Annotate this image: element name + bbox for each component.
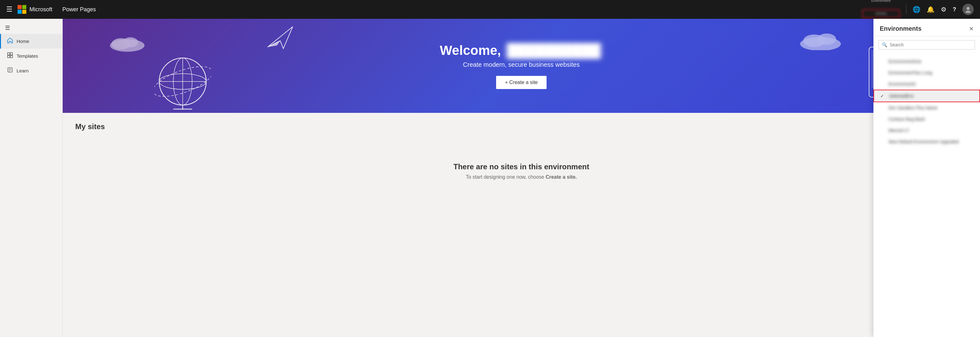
- env-search-icon: 🔍: [882, 42, 887, 47]
- check-placeholder-icon: [880, 70, 885, 75]
- empty-sites-message: There are no sites in this environment T…: [75, 137, 967, 205]
- globe-decoration-icon: [154, 53, 211, 110]
- env-list-item[interactable]: EnvironmentTwo Long: [873, 67, 980, 78]
- env-item-name-5: Dev Sandbox Plus Name: [888, 105, 937, 110]
- help-icon[interactable]: ?: [953, 6, 956, 13]
- svg-rect-2: [8, 52, 10, 55]
- svg-point-1: [966, 11, 970, 13]
- env-label: Environment: [871, 0, 891, 3]
- hamburger-icon[interactable]: ☰: [6, 5, 13, 13]
- sidebar-item-learn[interactable]: Learn: [0, 63, 62, 78]
- svg-point-9: [123, 37, 138, 47]
- user-avatar[interactable]: [963, 4, 974, 15]
- paper-plane-icon: [264, 25, 296, 50]
- svg-rect-4: [8, 56, 10, 58]
- env-list-item[interactable]: Merced 17: [873, 125, 980, 136]
- sidebar-item-learn-label: Learn: [17, 68, 29, 73]
- sidebar-item-templates-label: Templates: [17, 53, 38, 59]
- check-placeholder-icon: [880, 117, 885, 122]
- sidebar-item-home-label: Home: [17, 38, 29, 44]
- check-placeholder-icon: [880, 139, 885, 144]
- hero-banner: Welcome, ██████████ Create modern, secur…: [63, 19, 980, 113]
- main-content: Welcome, ██████████ Create modern, secur…: [63, 19, 980, 337]
- sidebar: ☰ Home Templates Learn: [0, 19, 63, 337]
- env-list-item[interactable]: EnvironmentOne: [873, 56, 980, 67]
- check-placeholder-icon: [880, 59, 885, 64]
- env-list-item[interactable]: New Default Environment Upgraded: [873, 136, 980, 147]
- sidebar-item-templates[interactable]: Templates: [0, 49, 62, 63]
- settings-icon[interactable]: ⚙: [941, 6, 947, 13]
- ms-logo-red: [18, 5, 22, 9]
- env-panel-title: Environments: [880, 25, 921, 32]
- env-list-item[interactable]: Environment3: [873, 78, 980, 90]
- hero-title: Welcome, ██████████: [440, 43, 603, 58]
- topbar-right: Environment •••••••• 🌐 🔔 ⚙ ?: [862, 1, 974, 18]
- ms-logo-yellow: [22, 10, 26, 14]
- cloud-left-icon: [108, 33, 146, 53]
- app-name: Power Pages: [62, 6, 96, 13]
- env-item-name-1: EnvironmentOne: [888, 59, 921, 64]
- env-container: Environment ••••••••: [862, 1, 900, 18]
- env-search-input[interactable]: [890, 42, 972, 47]
- svg-line-12: [280, 41, 283, 49]
- my-sites-title: My sites: [75, 122, 967, 131]
- env-list: EnvironmentOne EnvironmentTwo Long Envir…: [873, 53, 980, 337]
- hero-content: Welcome, ██████████ Create modern, secur…: [440, 43, 603, 89]
- env-search-box: 🔍: [878, 40, 975, 49]
- env-list-item[interactable]: Dev Sandbox Plus Name: [873, 102, 980, 113]
- env-list-item[interactable]: Contoso Bug Bash: [873, 113, 980, 125]
- svg-point-23: [817, 33, 836, 45]
- svg-rect-5: [10, 56, 13, 58]
- check-placeholder-icon: [880, 105, 885, 110]
- cloud-right-icon: [799, 28, 842, 51]
- env-panel-close-button[interactable]: ✕: [969, 25, 974, 32]
- ms-logo-squares: [18, 5, 26, 14]
- home-icon: [7, 38, 13, 45]
- svg-point-0: [967, 7, 970, 10]
- checkmark-icon: ✓: [880, 94, 885, 99]
- topbar: ☰ Microsoft Power Pages Environment ••••…: [0, 0, 980, 19]
- check-placeholder-icon: [880, 81, 885, 86]
- sidebar-item-home[interactable]: Home: [0, 34, 62, 49]
- environments-panel: Environments ✕ 🔍 EnvironmentOne Environm…: [873, 19, 980, 337]
- user-name-blurred: ██████████: [504, 43, 603, 58]
- empty-sites-title: There are no sites in this environment: [81, 162, 961, 171]
- env-item-name-6: Contoso Bug Bash: [888, 117, 925, 122]
- env-item-name-3: Environment3: [888, 81, 915, 86]
- topbar-left: ☰ Microsoft Power Pages: [6, 5, 96, 14]
- check-placeholder-icon: [880, 128, 885, 133]
- ms-logo: Microsoft: [18, 5, 52, 14]
- env-item-name-4-selected: SelectedEnv: [889, 94, 914, 99]
- svg-rect-3: [10, 52, 13, 55]
- my-sites-section: My sites There are no sites in this envi…: [63, 113, 980, 215]
- env-panel-header: Environments ✕: [873, 19, 980, 37]
- sidebar-collapse-button[interactable]: ☰: [0, 22, 62, 34]
- create-site-link[interactable]: Create a site.: [546, 174, 577, 180]
- templates-icon: [7, 52, 13, 60]
- hero-subtitle: Create modern, secure business websites: [440, 61, 603, 68]
- environment-selector-button[interactable]: ••••••••: [862, 10, 900, 18]
- ms-logo-green: [22, 5, 26, 9]
- create-site-button[interactable]: + Create a site: [496, 76, 547, 89]
- env-item-name-7: Merced 17: [888, 128, 909, 133]
- env-list-item-selected[interactable]: ✓ SelectedEnv: [873, 90, 980, 102]
- ms-logo-blue: [18, 10, 22, 14]
- empty-sites-subtext: To start designing one now, choose Creat…: [81, 174, 961, 180]
- env-item-name-2: EnvironmentTwo Long: [888, 70, 932, 75]
- brand-name: Microsoft: [29, 6, 52, 13]
- learn-icon: [7, 67, 13, 74]
- notification-icon[interactable]: 🔔: [927, 6, 935, 13]
- env-item-name-8: New Default Environment Upgraded: [888, 139, 959, 144]
- globe-icon[interactable]: 🌐: [913, 6, 920, 13]
